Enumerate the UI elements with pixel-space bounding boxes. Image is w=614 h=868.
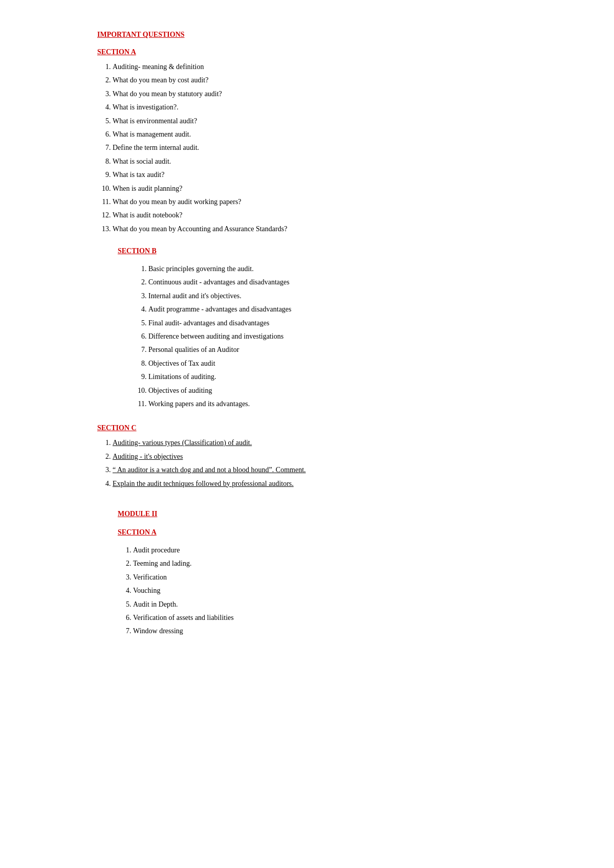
list-item: Audit procedure — [133, 545, 517, 556]
list-item: Personal qualities of an Auditor — [148, 344, 517, 355]
list-item: What is environmental audit? — [113, 116, 517, 127]
list-item: Final audit- advantages and disadvantage… — [148, 318, 517, 329]
section-b: SECTION B Basic principles governing the… — [97, 247, 517, 410]
list-item: “ An auditor is a watch dog and and not … — [113, 464, 517, 476]
list-item: Audit in Depth. — [133, 599, 517, 610]
section-c-list: Auditing- various types (Classification)… — [113, 437, 517, 489]
section-a: SECTION A Auditing- meaning & definition… — [97, 48, 517, 235]
list-item: Limitations of auditing. — [148, 371, 517, 383]
module2-section-a-label: SECTION A — [118, 528, 517, 537]
list-item: Verification — [133, 572, 517, 583]
section-c: SECTION C Auditing- various types (Class… — [97, 424, 517, 489]
list-item: Auditing- various types (Classification)… — [113, 437, 517, 449]
list-item: What is tax audit? — [113, 169, 517, 181]
list-item: What do you mean by audit working papers… — [113, 196, 517, 208]
list-item: What do you mean by cost audit? — [113, 75, 517, 86]
page-content: IMPORTANT QUESTIONS SECTION A Auditing- … — [77, 0, 537, 670]
list-item: Window dressing — [133, 626, 517, 637]
list-item: What do you mean by statutory audit? — [113, 88, 517, 100]
list-item: What do you mean by Accounting and Assur… — [113, 224, 517, 235]
list-item: Basic principles governing the audit. — [148, 263, 517, 275]
section-b-label: SECTION B — [118, 247, 517, 255]
list-item: Difference between auditing and investig… — [148, 331, 517, 342]
list-item: What is management audit. — [113, 129, 517, 140]
module2-label: MODULE II — [118, 510, 517, 518]
list-item: Internal audit and it's objectives. — [148, 291, 517, 302]
list-item: Verification of assets and liabilities — [133, 612, 517, 624]
list-item: When is audit planning? — [113, 183, 517, 194]
list-item: Explain the audit techniques followed by… — [113, 478, 517, 489]
section-a-label: SECTION A — [97, 48, 517, 56]
list-item: Auditing - it's objectives — [113, 451, 517, 462]
main-heading: IMPORTANT QUESTIONS — [97, 31, 517, 39]
module2-section-a-list: Audit procedure Teeming and lading. Veri… — [133, 545, 517, 637]
list-item: Define the term internal audit. — [113, 142, 517, 153]
list-item: Vouching — [133, 585, 517, 596]
module2-section: MODULE II SECTION A Audit procedure Teem… — [97, 510, 517, 637]
list-item: Audit programme - advantages and disadva… — [148, 304, 517, 315]
list-item: Objectives of Tax audit — [148, 358, 517, 369]
list-item: Working papers and its advantages. — [148, 398, 517, 410]
list-item: Auditing- meaning & definition — [113, 61, 517, 73]
list-item: What is social audit. — [113, 156, 517, 167]
list-item: What is investigation?. — [113, 102, 517, 113]
list-item: Objectives of auditing — [148, 385, 517, 396]
section-c-label: SECTION C — [97, 424, 517, 432]
list-item: What is audit notebook? — [113, 210, 517, 221]
list-item: Continuous audit - advantages and disadv… — [148, 277, 517, 288]
section-b-list: Basic principles governing the audit. Co… — [148, 263, 517, 410]
section-a-list: Auditing- meaning & definition What do y… — [113, 61, 517, 235]
list-item: Teeming and lading. — [133, 558, 517, 569]
main-heading-section: IMPORTANT QUESTIONS — [97, 31, 517, 39]
